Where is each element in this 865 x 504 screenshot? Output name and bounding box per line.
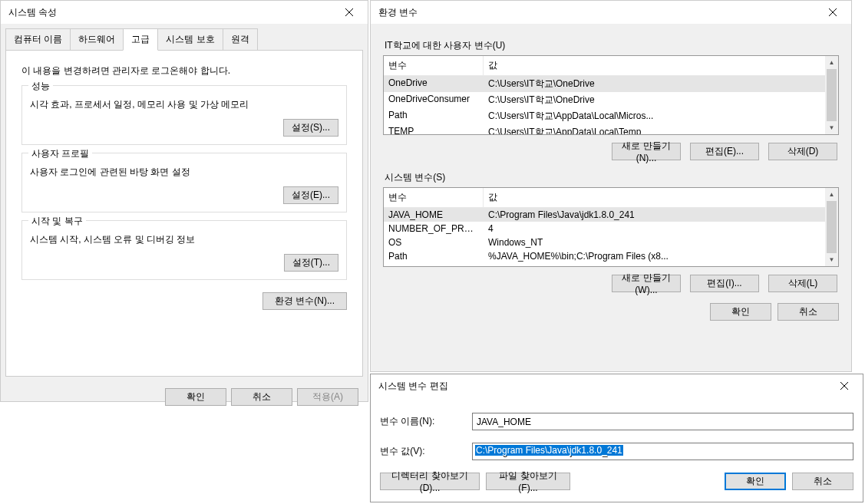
user-new-button[interactable]: 새로 만들기(N)... [612,143,681,160]
startup-recovery-settings-button[interactable]: 설정(T)... [284,254,338,272]
sysprops-tabs: 컴퓨터 이름 하드웨어 고급 시스템 보호 원격 [1,24,368,51]
var-value-cell: C:\Users\IT학교\OneDrive [484,76,838,92]
var-value-label: 변수 값(V): [380,445,472,458]
var-name-input[interactable] [472,413,853,430]
var-value-cell: C:\Users\IT학교\AppData\Local\Temp [484,124,838,135]
tab-advanced[interactable]: 고급 [123,28,158,51]
var-value-cell: C:\Program Files\Java\jdk1.8.0_241 [484,208,838,222]
user-profile-fieldset: 사용자 프로필 사용자 로그인에 관련된 바탕 화면 설정 설정(E)... [21,153,347,212]
user-profile-label: 사용자 프로필 [28,147,92,160]
var-name-cell: OneDriveConsumer [384,92,484,108]
browse-directory-button[interactable]: 디렉터리 찾아보기(D)... [380,473,480,490]
tab-system-protection[interactable]: 시스템 보호 [157,28,223,51]
sys-delete-button[interactable]: 삭제(L) [768,275,837,292]
table-row[interactable]: PathC:\Users\IT학교\AppData\Local\Micros..… [384,108,838,124]
var-name-cell: NUMBER_OF_PRO... [384,222,484,236]
performance-label: 성능 [28,80,53,93]
user-delete-button[interactable]: 삭제(D) [768,143,837,160]
user-col-var[interactable]: 변수 [384,56,484,75]
var-value-cell: C:\Users\IT학교\AppData\Local\Micros... [484,108,838,124]
scroll-up-icon[interactable]: ▲ [825,188,838,201]
env-titlebar: 환경 변수 [371,1,851,24]
environment-variables-window: 환경 변수 IT학교에 대한 사용자 변수(U) 변수 값 OneDriveC:… [370,0,852,372]
table-row[interactable]: OneDriveC:\Users\IT학교\OneDrive [384,76,838,92]
user-vars-table[interactable]: 변수 값 OneDriveC:\Users\IT학교\OneDriveOneDr… [383,55,839,135]
close-icon[interactable] [334,2,365,23]
var-name-cell: Path [384,249,484,263]
environment-variables-button[interactable]: 환경 변수(N)... [262,292,347,310]
env-title: 환경 변수 [378,6,418,19]
performance-fieldset: 성능 시각 효과, 프로세서 일정, 메모리 사용 및 가상 메모리 설정(S)… [21,85,347,145]
startup-recovery-fieldset: 시작 및 복구 시스템 시작, 시스템 오류 및 디버깅 정보 설정(T)... [21,220,347,280]
edit-titlebar: 시스템 변수 편집 [371,374,863,397]
edit-system-variable-dialog: 시스템 변수 편집 변수 이름(N): 변수 값(V): C:\Program … [370,374,863,502]
var-name-cell: Path [384,108,484,124]
user-col-val[interactable]: 값 [484,56,838,75]
env-ok-button[interactable]: 확인 [710,303,771,321]
sysprops-apply-button: 적용(A) [297,388,358,406]
startup-recovery-desc: 시스템 시작, 시스템 오류 및 디버깅 정보 [30,233,338,246]
table-row[interactable]: NUMBER_OF_PRO...4 [384,222,838,236]
var-name-cell: OS [384,236,484,249]
var-value-cell: C:\Users\IT학교\OneDrive [484,92,838,108]
performance-settings-button[interactable]: 설정(S)... [283,119,338,137]
scroll-up-icon[interactable]: ▲ [825,56,838,69]
var-name-label: 변수 이름(N): [380,415,472,428]
tab-computer-name[interactable]: 컴퓨터 이름 [5,28,71,51]
var-name-cell: JAVA_HOME [384,208,484,222]
scroll-down-icon[interactable]: ▼ [825,253,838,266]
sys-col-var[interactable]: 변수 [384,188,484,207]
sys-col-val[interactable]: 값 [484,188,838,207]
close-icon[interactable] [817,2,848,23]
var-value-input[interactable] [472,443,853,460]
table-row[interactable]: OSWindows_NT [384,236,838,249]
var-value-cell: 4 [484,222,838,236]
edit-title: 시스템 변수 편집 [378,380,448,393]
var-value-cell: Windows_NT [484,236,838,249]
scroll-thumb[interactable] [827,201,837,253]
table-row[interactable]: JAVA_HOMEC:\Program Files\Java\jdk1.8.0_… [384,208,838,222]
var-name-cell: TEMP [384,124,484,135]
sys-new-button[interactable]: 새로 만들기(W)... [612,275,681,292]
scroll-down-icon[interactable]: ▼ [825,121,838,134]
admin-note: 이 내용을 변경하려면 관리자로 로그온해야 합니다. [21,64,347,77]
user-profile-desc: 사용자 로그인에 관련된 바탕 화면 설정 [30,166,338,179]
tab-content-advanced: 이 내용을 변경하려면 관리자로 로그온해야 합니다. 성능 시각 효과, 프로… [5,50,363,377]
table-row[interactable]: Path%JAVA_HOME%\bin;C:\Program Files (x8… [384,249,838,263]
edit-ok-button[interactable]: 확인 [725,473,786,490]
tab-remote[interactable]: 원격 [223,28,258,51]
system-properties-window: 시스템 속성 컴퓨터 이름 하드웨어 고급 시스템 보호 원격 이 내용을 변경… [0,0,368,402]
var-name-cell: OneDrive [384,76,484,92]
user-profile-settings-button[interactable]: 설정(E)... [283,186,338,204]
scroll-thumb[interactable] [827,69,837,121]
var-value-cell: %JAVA_HOME%\bin;C:\Program Files (x8... [484,249,838,263]
tab-hardware[interactable]: 하드웨어 [70,28,124,51]
sys-vars-table[interactable]: 변수 값 JAVA_HOMEC:\Program Files\Java\jdk1… [383,187,839,267]
sysprops-button-row: 확인 취소 적용(A) [1,382,368,412]
scrollbar[interactable]: ▲ ▼ [825,56,838,134]
scrollbar[interactable]: ▲ ▼ [825,188,838,266]
sysprops-ok-button[interactable]: 확인 [165,388,226,406]
user-edit-button[interactable]: 편집(E)... [690,143,759,160]
sys-vars-label: 시스템 변수(S) [385,171,839,184]
sysprops-cancel-button[interactable]: 취소 [231,388,292,406]
startup-recovery-label: 시작 및 복구 [28,215,86,228]
edit-cancel-button[interactable]: 취소 [792,473,853,490]
table-row[interactable]: TEMPC:\Users\IT학교\AppData\Local\Temp [384,124,838,135]
sys-edit-button[interactable]: 편집(I)... [690,275,759,292]
user-vars-label: IT학교에 대한 사용자 변수(U) [385,39,839,52]
sysprops-title: 시스템 속성 [8,6,57,19]
table-row[interactable]: OneDriveConsumerC:\Users\IT학교\OneDrive [384,92,838,108]
performance-desc: 시각 효과, 프로세서 일정, 메모리 사용 및 가상 메모리 [30,98,338,111]
env-cancel-button[interactable]: 취소 [778,303,839,321]
sysprops-titlebar: 시스템 속성 [1,1,368,24]
browse-file-button[interactable]: 파일 찾아보기(F)... [486,473,570,490]
close-icon[interactable] [829,375,860,397]
